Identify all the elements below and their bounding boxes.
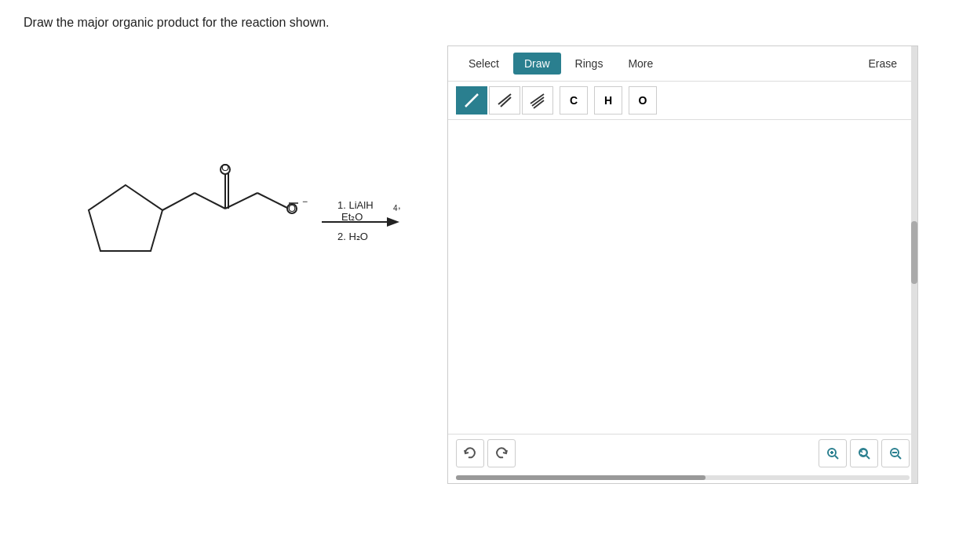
svg-text:−: −	[302, 196, 308, 207]
draw-panel: Select Draw Rings More Erase	[447, 45, 918, 484]
panel-scrollbar[interactable]	[911, 46, 917, 483]
svg-line-30	[866, 456, 870, 459]
svg-line-23	[532, 97, 544, 106]
svg-text:O: O	[288, 202, 296, 214]
zoom-out-button[interactable]	[881, 439, 910, 467]
progress-bar-fill	[456, 475, 706, 480]
svg-line-19	[465, 94, 478, 107]
scrollbar-thumb[interactable]	[911, 221, 917, 284]
svg-line-6	[225, 193, 257, 209]
toolbar-row: Select Draw Rings More Erase	[448, 46, 917, 82]
redo-button[interactable]	[487, 439, 516, 467]
more-button[interactable]: More	[617, 53, 664, 75]
chem-structure: O O − 1. LiAlH 4 , Et₂O 2. H₂O	[24, 45, 432, 344]
progress-bar	[456, 475, 910, 480]
draw-canvas[interactable]	[448, 120, 917, 434]
svg-text:,: ,	[398, 199, 401, 211]
svg-text:Et₂O: Et₂O	[341, 211, 363, 223]
draw-button[interactable]: Draw	[513, 53, 561, 75]
bond-tools-row: C H O	[448, 82, 917, 120]
svg-marker-0	[89, 185, 162, 251]
question-text: Draw the major organic product for the r…	[24, 16, 935, 30]
zoom-reset-button[interactable]	[850, 439, 878, 467]
svg-text:2. H₂O: 2. H₂O	[337, 231, 368, 242]
bottom-left-tools	[456, 439, 516, 467]
undo-button[interactable]	[456, 439, 484, 467]
svg-line-22	[531, 94, 544, 104]
svg-line-20	[498, 94, 511, 104]
content-area: O O − 1. LiAlH 4 , Et₂O 2. H₂O	[24, 45, 935, 484]
svg-line-32	[898, 456, 901, 459]
erase-button[interactable]: Erase	[857, 53, 908, 75]
zoom-in-button[interactable]	[819, 439, 847, 467]
triple-bond-button[interactable]	[522, 86, 553, 115]
single-bond-button[interactable]	[456, 86, 487, 115]
carbon-button[interactable]: C	[560, 86, 588, 115]
select-button[interactable]: Select	[458, 53, 510, 75]
hydrogen-button[interactable]: H	[594, 86, 622, 115]
svg-text:1. LiAlH: 1. LiAlH	[337, 199, 374, 211]
svg-line-1	[162, 193, 195, 210]
page-container: Draw the major organic product for the r…	[0, 0, 959, 560]
svg-text:O: O	[221, 162, 229, 173]
svg-line-26	[835, 456, 838, 459]
rings-button[interactable]: Rings	[564, 53, 614, 75]
oxygen-button[interactable]: O	[629, 86, 657, 115]
bottom-right-tools	[819, 439, 910, 467]
bottom-toolbar	[448, 434, 917, 472]
svg-line-21	[501, 97, 511, 107]
double-bond-button[interactable]	[489, 86, 520, 115]
svg-line-2	[195, 193, 225, 209]
svg-line-7	[257, 193, 289, 209]
svg-line-24	[534, 100, 544, 108]
